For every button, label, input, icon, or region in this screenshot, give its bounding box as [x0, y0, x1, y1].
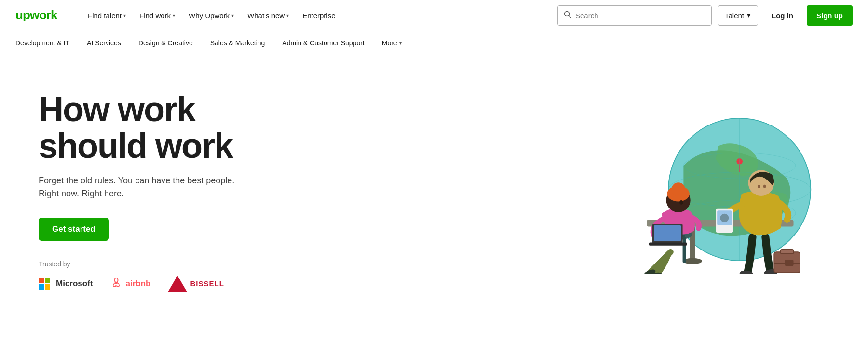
nav-whats-new[interactable]: What's new ▾ [242, 8, 295, 24]
bissell-text: BISSELL [190, 279, 224, 288]
trusted-section: Trusted by Microsoft [39, 241, 234, 292]
bissell-logo: BISSELL [168, 276, 224, 292]
cat-sales-marketing[interactable]: Sales & Marketing [202, 31, 274, 56]
svg-point-30 [758, 185, 760, 188]
search-input[interactable] [575, 12, 705, 20]
svg-rect-19 [649, 243, 687, 246]
nav-links: Find talent ▾ Find work ▾ Why Upwork ▾ W… [82, 8, 557, 24]
svg-rect-36 [785, 260, 794, 266]
cat-design-creative[interactable]: Design & Creative [130, 31, 202, 56]
nav-find-work-chevron: ▾ [173, 13, 175, 18]
search-icon [564, 11, 571, 20]
cat-more-label: More [382, 39, 397, 47]
trusted-logos: Microsoft airbnb BISSELL [39, 276, 234, 292]
cat-more-chevron: ▾ [399, 41, 402, 46]
svg-point-28 [720, 214, 729, 222]
trusted-label: Trusted by [39, 260, 234, 268]
nav-find-talent[interactable]: Find talent ▾ [82, 8, 132, 24]
nav-enterprise[interactable]: Enterprise [297, 8, 341, 24]
nav-find-talent-chevron: ▾ [123, 13, 126, 18]
svg-point-31 [763, 185, 766, 188]
svg-rect-34 [781, 250, 794, 254]
svg-point-23 [679, 200, 683, 205]
cat-dev-it-label: Development & IT [15, 39, 69, 47]
talent-dropdown-label: Talent [725, 12, 744, 20]
upwork-logo[interactable]: upwork [15, 8, 65, 24]
cat-dev-it[interactable]: Development & IT [15, 31, 78, 56]
hero-subtitle: Forget the old rules. You can have the b… [39, 174, 234, 200]
cat-ai-services-label: AI Services [87, 39, 121, 47]
svg-rect-14 [683, 237, 686, 263]
cat-more[interactable]: More ▾ [373, 31, 410, 56]
nav-find-talent-label: Find talent [88, 12, 122, 20]
bissell-icon [168, 276, 187, 292]
microsoft-icon [39, 278, 50, 290]
cat-ai-services[interactable]: AI Services [78, 31, 130, 56]
nav-whats-new-chevron: ▾ [286, 13, 289, 18]
nav-right-section: Talent ▾ Log in Sign up [557, 5, 853, 26]
search-box[interactable] [557, 5, 712, 26]
hero-section: How work should work Forget the old rule… [0, 56, 868, 317]
cat-admin-support-label: Admin & Customer Support [282, 39, 364, 47]
hero-title: How work should work [39, 91, 234, 164]
sign-up-button[interactable]: Sign up [807, 5, 853, 26]
get-started-button[interactable]: Get started [39, 218, 109, 241]
cat-sales-marketing-label: Sales & Marketing [210, 39, 265, 47]
svg-rect-18 [654, 225, 681, 241]
hero-left-content: How work should work Forget the old rule… [39, 91, 234, 291]
cat-admin-support[interactable]: Admin & Customer Support [273, 31, 373, 56]
svg-point-22 [671, 182, 685, 196]
log-in-button[interactable]: Log in [764, 5, 801, 26]
category-navigation: Development & IT AI Services Design & Cr… [0, 31, 868, 56]
microsoft-text: Microsoft [56, 279, 93, 289]
nav-why-upwork-label: Why Upwork [189, 12, 230, 20]
microsoft-logo: Microsoft [39, 278, 93, 290]
talent-dropdown-chevron: ▾ [747, 11, 751, 20]
svg-line-2 [569, 16, 571, 18]
hero-svg [598, 110, 829, 274]
hero-illustration [598, 110, 829, 274]
cat-design-creative-label: Design & Creative [138, 39, 193, 47]
nav-whats-new-label: What's new [247, 12, 285, 20]
nav-enterprise-label: Enterprise [302, 12, 335, 20]
nav-find-work-label: Find work [139, 12, 171, 20]
nav-why-upwork-chevron: ▾ [231, 13, 234, 18]
airbnb-logo: airbnb [110, 277, 151, 291]
svg-text:upwork: upwork [15, 8, 58, 21]
talent-dropdown[interactable]: Talent ▾ [718, 5, 758, 26]
top-navigation: upwork Find talent ▾ Find work ▾ Why Upw… [0, 0, 868, 31]
nav-find-work[interactable]: Find work ▾ [134, 8, 181, 24]
nav-why-upwork[interactable]: Why Upwork ▾ [183, 8, 240, 24]
airbnb-text: airbnb [126, 279, 151, 289]
airbnb-icon [110, 277, 122, 291]
